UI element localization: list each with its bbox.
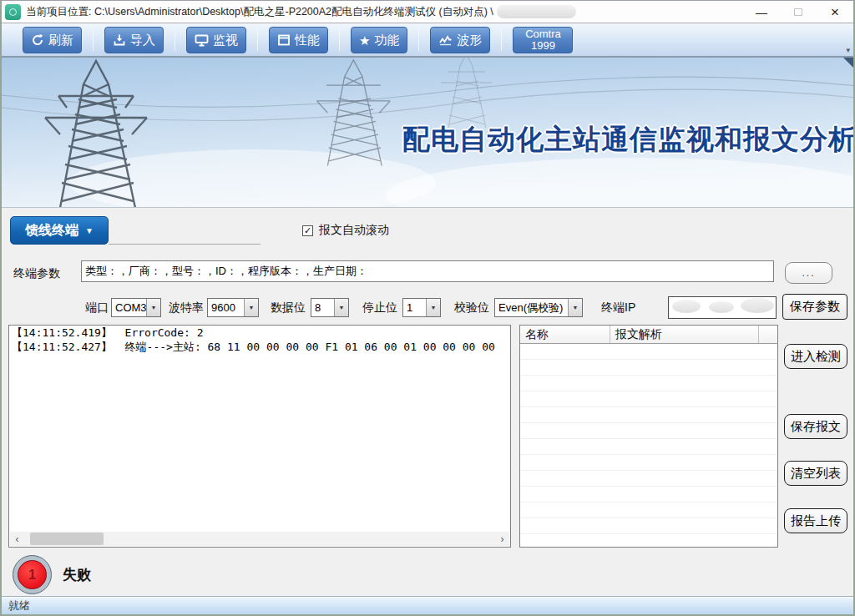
terminal-ip-label: 终端IP <box>601 300 635 316</box>
terminal-params-label: 终端参数 <box>13 266 60 281</box>
import-button[interactable]: 导入 <box>104 27 164 53</box>
terminal-params-field[interactable]: 类型：，厂商：，型号：，ID：，程序版本：，生产日期： <box>81 260 774 282</box>
stopbits-label: 停止位 <box>362 300 397 316</box>
enter-detection-button[interactable]: 进入检测 <box>784 344 847 369</box>
table-header: 名称 报文解析 <box>520 326 777 344</box>
scrollbar-thumb[interactable] <box>30 533 104 545</box>
databits-select[interactable]: 8 ▼ <box>311 298 349 317</box>
upload-report-button[interactable]: 报告上传 <box>784 508 847 533</box>
port-select[interactable]: COM3 ▼ <box>111 298 161 317</box>
chevron-down-icon: ▼ <box>334 299 348 316</box>
redaction-blur <box>672 300 701 313</box>
auto-scroll-label: 报文自动滚动 <box>319 223 389 238</box>
message-log[interactable]: 【14:11:52.419】 ErrorCode: 2 【14:11:52.42… <box>8 325 511 548</box>
horizontal-scrollbar[interactable]: ‹ › <box>10 532 509 546</box>
performance-button[interactable]: 性能 <box>269 27 328 53</box>
parity-label: 校验位 <box>454 300 489 316</box>
table-body[interactable] <box>520 344 777 547</box>
function-button[interactable]: ★ 功能 <box>351 27 407 53</box>
redaction-blur <box>709 301 734 313</box>
maximize-button[interactable] <box>780 1 817 23</box>
chevron-down-icon: ▼ <box>426 299 440 316</box>
column-header-parse[interactable]: 报文解析 <box>610 326 759 343</box>
chevron-down-icon: ▼ <box>146 299 160 316</box>
banner: 配电自动化主站通信监视和报文分析 <box>2 58 855 208</box>
monitor-button[interactable]: 监视 <box>186 27 246 53</box>
toolbar-separator <box>418 29 419 51</box>
app-window: 当前项目位置: C:\Users\Administrator\Desktop\配… <box>0 0 855 616</box>
save-params-button[interactable]: 保存参数 <box>782 294 847 320</box>
scroll-right-icon[interactable]: › <box>495 532 509 546</box>
redaction-blur <box>741 298 774 313</box>
result-status-text: 失败 <box>63 565 91 584</box>
comtra-1999-button[interactable]: Comtra 1999 <box>513 27 573 53</box>
status-indicator: 1 <box>13 555 52 594</box>
chevron-down-icon: ▼ <box>85 226 94 235</box>
banner-title: 配电自动化主站通信监视和报文分析 <box>402 121 855 159</box>
tab-feeder-terminal[interactable]: 馈线终端 ▼ <box>10 216 109 245</box>
refresh-icon <box>31 33 44 47</box>
port-label: 端口 <box>85 300 109 316</box>
column-header-name[interactable]: 名称 <box>520 326 610 343</box>
parity-select[interactable]: Even(偶校验) ▼ <box>494 298 583 317</box>
stopbits-select[interactable]: 1 ▼ <box>402 298 441 317</box>
waveform-icon <box>438 33 453 47</box>
star-icon: ★ <box>359 34 370 47</box>
toolbar-overflow-icon[interactable]: ▾ <box>846 46 850 54</box>
toolbar-separator <box>501 29 502 51</box>
monitor-icon <box>195 33 209 47</box>
log-line: 【14:11:52.427】 终端--->主站: 68 11 00 00 00 … <box>9 340 510 354</box>
statusbar: 就绪 <box>2 597 853 614</box>
more-button[interactable]: ... <box>785 262 832 284</box>
toolbar: 刷新 导入 监视 性能 ★ 功能 波形 Comtra 1999 <box>2 24 853 58</box>
window-title: 当前项目位置: C:\Users\Administrator\Desktop\配… <box>26 5 493 19</box>
close-button[interactable]: × <box>817 1 853 23</box>
log-line: 【14:11:52.419】 ErrorCode: 2 <box>9 326 510 340</box>
titlebar: 当前项目位置: C:\Users\Administrator\Desktop\配… <box>2 1 853 23</box>
tab-strip-underline <box>109 244 261 245</box>
save-messages-button[interactable]: 保存报文 <box>784 414 847 439</box>
databits-label: 数据位 <box>271 300 306 316</box>
chevron-down-icon: ▼ <box>244 299 258 316</box>
toolbar-separator <box>257 29 258 51</box>
toolbar-separator <box>339 29 340 51</box>
auto-scroll-checkbox[interactable]: ✓ <box>302 225 313 236</box>
waveform-button[interactable]: 波形 <box>430 27 490 53</box>
redaction-blur <box>497 5 576 18</box>
chevron-down-icon: ▼ <box>568 299 582 316</box>
window-icon <box>277 33 291 47</box>
banner-corner-decoration <box>843 58 855 71</box>
app-icon <box>5 4 21 20</box>
column-header-extra[interactable] <box>759 326 777 343</box>
toolbar-separator <box>175 29 175 51</box>
refresh-button[interactable]: 刷新 <box>23 27 82 53</box>
baud-select[interactable]: 9600 ▼ <box>207 298 259 317</box>
toolbar-separator <box>93 29 94 51</box>
terminal-ip-field[interactable] <box>668 296 777 319</box>
status-text: 就绪 <box>8 598 30 613</box>
import-icon <box>113 33 126 47</box>
minimize-button[interactable]: — <box>743 1 780 23</box>
scroll-left-icon[interactable]: ‹ <box>10 532 24 546</box>
baud-label: 波特率 <box>169 300 204 316</box>
status-indicator-number: 1 <box>18 560 47 589</box>
clear-list-button[interactable]: 清空列表 <box>784 461 847 486</box>
parse-table: 名称 报文解析 <box>519 325 778 548</box>
